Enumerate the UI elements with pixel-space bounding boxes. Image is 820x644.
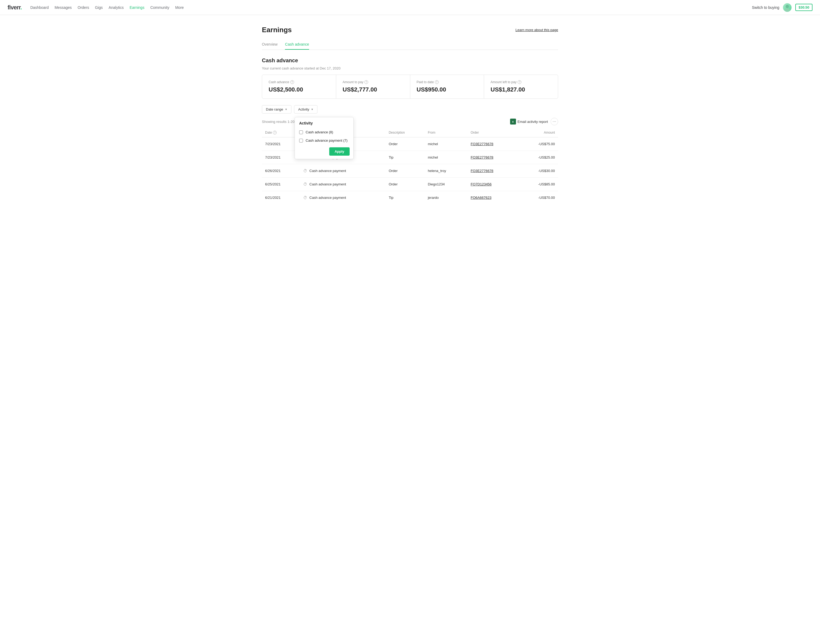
row-description: Tip <box>386 191 425 204</box>
navbar-right: Switch to buying $30.50 <box>752 3 812 12</box>
order-link[interactable]: FO3E2776678 <box>471 155 494 159</box>
row-from: helena_troy <box>425 164 467 178</box>
row-description: Order <box>386 178 425 191</box>
row-order: FO3E2776678 <box>467 137 518 151</box>
row-activity: ⏱ Cash advance payment <box>300 164 386 178</box>
nav-gigs[interactable]: Gigs <box>95 5 103 10</box>
balance-badge[interactable]: $30.50 <box>795 4 812 11</box>
paid-to-date-help-icon[interactable]: ? <box>435 80 439 84</box>
row-description: Order <box>386 137 425 151</box>
page-title: Earnings <box>262 26 292 34</box>
row-amount: -US$75.00 <box>518 137 558 151</box>
row-from: Diego1234 <box>425 178 467 191</box>
dropdown-title: Activity <box>295 117 353 128</box>
row-date: 6/26/2021 <box>262 164 300 178</box>
cash-advance-checkbox[interactable] <box>299 130 303 134</box>
stat-cash-advance-value: US$2,500.00 <box>268 86 330 93</box>
row-activity-label: Cash advance payment <box>310 182 346 186</box>
switch-to-buying-button[interactable]: Switch to buying <box>752 5 779 10</box>
page-header: Earnings Learn more about this page <box>262 26 558 34</box>
row-from: jerardo <box>425 191 467 204</box>
svg-point-0 <box>786 5 789 8</box>
col-from: From <box>425 128 467 137</box>
col-amount: Amount <box>518 128 558 137</box>
avatar[interactable] <box>783 3 792 12</box>
order-link[interactable]: FO7D123456 <box>471 182 492 186</box>
order-link[interactable]: FO3E2776678 <box>471 142 494 146</box>
stat-amount-to-pay-value: US$2,777.00 <box>343 86 403 93</box>
excel-icon: x <box>510 119 516 124</box>
nav-earnings[interactable]: Earnings <box>130 5 144 10</box>
more-options-button[interactable]: ··· <box>550 118 558 125</box>
more-options-icon: ··· <box>552 119 556 124</box>
stat-paid-to-date-label: Paid to date ? <box>417 80 478 84</box>
activity-dropdown: Activity Cash advance (8) Cash advance p… <box>294 117 354 159</box>
row-description: Tip <box>386 151 425 164</box>
row-from: michel <box>425 137 467 151</box>
apply-button[interactable]: Apply <box>329 147 349 156</box>
activity-icon: ⏱ <box>303 195 307 200</box>
row-amount: -US$70.00 <box>518 191 558 204</box>
svg-point-1 <box>785 8 790 12</box>
stat-amount-left-value: US$1,827.00 <box>490 86 552 93</box>
order-link[interactable]: FO6A667623 <box>471 196 491 199</box>
row-order: FO3E2776678 <box>467 151 518 164</box>
stat-cash-advance: Cash advance ? US$2,500.00 <box>262 75 336 98</box>
activity-icon: ⏱ <box>303 169 307 173</box>
activity-chevron-icon: ▼ <box>311 108 313 111</box>
tabs: Overview Cash advance <box>262 40 558 50</box>
stat-amount-to-pay-label: Amount to pay ? <box>343 80 403 84</box>
row-date: 7/23/2021 <box>262 151 300 164</box>
stat-paid-to-date-value: US$950.00 <box>417 86 478 93</box>
learn-more-link[interactable]: Learn more about this page <box>515 28 558 32</box>
row-date: 6/25/2021 <box>262 178 300 191</box>
cash-advance-payment-option-label: Cash advance payment (7) <box>306 138 348 143</box>
section-subtitle: Your current cash advance started at Dec… <box>262 66 558 70</box>
amount-to-pay-help-icon[interactable]: ? <box>365 80 368 84</box>
row-from: michel <box>425 151 467 164</box>
filters-row: Date range ▼ Activity ▼ Activity Cash ad… <box>262 105 558 113</box>
dropdown-item-cash-advance[interactable]: Cash advance (8) <box>295 128 353 136</box>
amount-left-help-icon[interactable]: ? <box>518 80 521 84</box>
email-report-button[interactable]: x Email activity report <box>510 119 548 124</box>
navbar: fiverr. Dashboard Messages Orders Gigs A… <box>0 0 820 15</box>
cash-advance-payment-checkbox[interactable] <box>299 139 303 143</box>
table-row: 6/26/2021 ⏱ Cash advance payment Order h… <box>262 164 558 178</box>
nav-dashboard[interactable]: Dashboard <box>30 5 49 10</box>
stats-card: Cash advance ? US$2,500.00 Amount to pay… <box>262 75 558 99</box>
stat-amount-left-label: Amount left to pay ? <box>490 80 552 84</box>
nav-analytics[interactable]: Analytics <box>109 5 124 10</box>
section-title: Cash advance <box>262 57 558 64</box>
row-amount: -US$85.00 <box>518 178 558 191</box>
stat-cash-advance-label: Cash advance ? <box>268 80 330 84</box>
dropdown-item-cash-advance-payment[interactable]: Cash advance payment (7) <box>295 136 353 145</box>
row-order: FO7D123456 <box>467 178 518 191</box>
order-link[interactable]: FO3E2776678 <box>471 169 494 173</box>
row-amount: -US$30.00 <box>518 164 558 178</box>
date-help-icon[interactable]: ? <box>273 131 277 135</box>
table-row: 6/21/2021 ⏱ Cash advance payment Tip jer… <box>262 191 558 204</box>
nav-more[interactable]: More <box>175 5 184 10</box>
row-date: 7/23/2021 <box>262 137 300 151</box>
table-row: 6/25/2021 ⏱ Cash advance payment Order D… <box>262 178 558 191</box>
col-date: Date ? <box>262 128 300 137</box>
cash-advance-help-icon[interactable]: ? <box>290 80 294 84</box>
cash-advance-option-label: Cash advance (8) <box>306 130 333 134</box>
col-order: Order <box>467 128 518 137</box>
row-order: FO3E2776678 <box>467 164 518 178</box>
results-actions: x Email activity report ··· <box>510 118 558 125</box>
activity-filter[interactable]: Activity ▼ <box>294 105 317 113</box>
tab-overview[interactable]: Overview <box>262 40 277 50</box>
row-amount: -US$25.00 <box>518 151 558 164</box>
row-description: Order <box>386 164 425 178</box>
fiverr-logo[interactable]: fiverr. <box>8 4 22 11</box>
results-count: Showing results 1-20 <box>262 120 294 124</box>
stat-amount-to-pay: Amount to pay ? US$2,777.00 <box>336 75 410 98</box>
nav-messages[interactable]: Messages <box>54 5 72 10</box>
nav-community[interactable]: Community <box>150 5 169 10</box>
tab-cash-advance[interactable]: Cash advance <box>285 40 309 50</box>
row-activity: ⏱ Cash advance payment <box>300 191 386 204</box>
row-activity-label: Cash advance payment <box>310 169 346 173</box>
date-range-filter[interactable]: Date range ▼ <box>262 105 291 113</box>
nav-orders[interactable]: Orders <box>78 5 89 10</box>
